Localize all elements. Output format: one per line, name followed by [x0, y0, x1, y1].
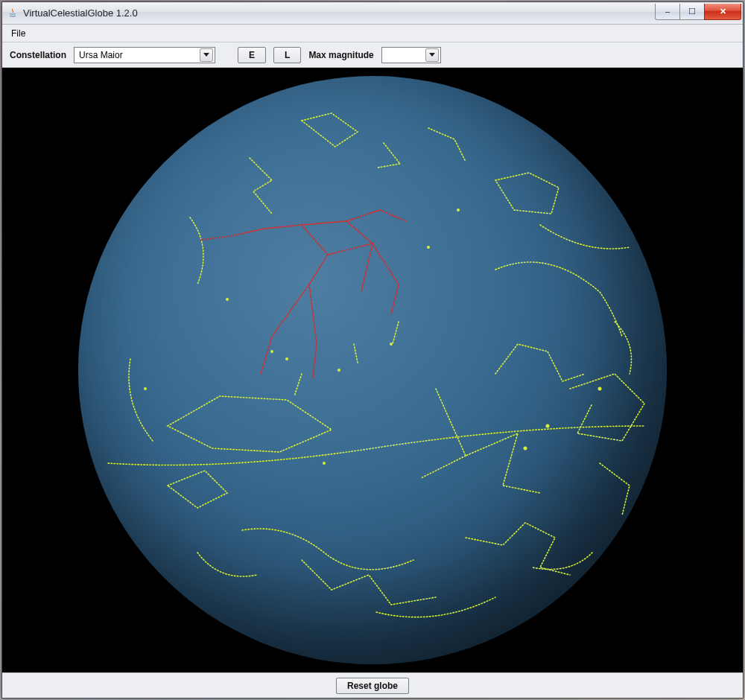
title-bar[interactable]: VirtualCelestialGlobe 1.2.0 – ☐ ✕ [2, 2, 743, 25]
svg-point-5 [427, 246, 430, 249]
svg-point-1 [285, 357, 288, 360]
close-icon: ✕ [720, 7, 726, 16]
minimize-icon: – [665, 7, 670, 16]
constellation-value: Ursa Maior [79, 50, 123, 60]
svg-point-6 [457, 209, 460, 211]
chevron-down-icon [425, 48, 439, 62]
bottom-bar: Reset globe [2, 672, 743, 698]
menu-file[interactable]: File [5, 26, 31, 41]
svg-point-7 [524, 447, 527, 451]
app-window: VirtualCelestialGlobe 1.2.0 – ☐ ✕ File C… [1, 1, 744, 699]
close-button[interactable]: ✕ [704, 4, 741, 20]
menu-bar: File [2, 25, 743, 42]
maximize-icon: ☐ [688, 7, 696, 16]
constellation-label: Constellation [10, 50, 66, 60]
reset-globe-button[interactable]: Reset globe [336, 678, 409, 694]
e-button[interactable]: E [238, 47, 266, 63]
window-controls: – ☐ ✕ [656, 4, 741, 20]
ursa-maior-constellation [201, 210, 406, 378]
java-icon [7, 7, 19, 19]
chevron-down-icon [200, 48, 213, 62]
svg-point-9 [598, 387, 602, 391]
maxmag-dropdown[interactable] [381, 47, 441, 63]
maxmag-label: Max magnitude [308, 50, 373, 60]
svg-point-4 [144, 387, 147, 390]
toolbar: Constellation Ursa Maior E L Max magnitu… [2, 42, 743, 68]
svg-point-10 [323, 462, 326, 465]
svg-point-8 [546, 424, 550, 428]
celestial-globe[interactable] [78, 76, 667, 664]
svg-point-0 [270, 350, 273, 353]
svg-point-3 [390, 343, 393, 346]
svg-point-11 [226, 298, 229, 301]
constellation-lines [78, 76, 667, 664]
globe-canvas[interactable] [2, 68, 743, 672]
title-bar-left: VirtualCelestialGlobe 1.2.0 [7, 7, 138, 19]
svg-point-2 [337, 369, 340, 372]
minimize-button[interactable]: – [655, 4, 680, 20]
l-button[interactable]: L [273, 47, 301, 63]
constellation-dropdown[interactable]: Ursa Maior [74, 47, 215, 63]
maximize-button[interactable]: ☐ [679, 4, 705, 20]
window-title: VirtualCelestialGlobe 1.2.0 [23, 7, 138, 19]
